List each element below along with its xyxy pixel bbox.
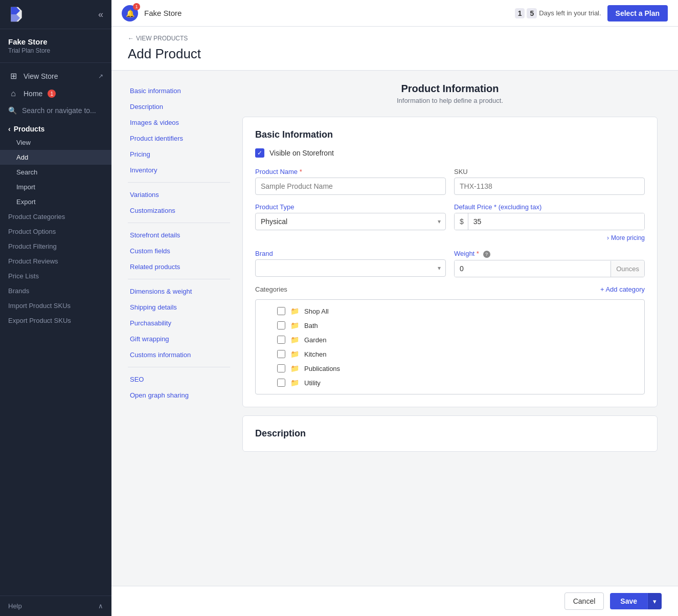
section-title: Product Information xyxy=(242,83,658,95)
category-item-garden: 📁 Garden xyxy=(256,333,644,347)
left-nav-pricing[interactable]: Pricing xyxy=(128,146,230,162)
left-nav-dimensions-weight[interactable]: Dimensions & weight xyxy=(128,283,230,299)
folder-icon-garden: 📁 xyxy=(290,336,299,344)
add-category-button[interactable]: + Add category xyxy=(600,285,645,293)
folder-icon-bath: 📁 xyxy=(290,321,299,329)
category-item-kitchen: 📁 Kitchen xyxy=(256,347,644,361)
category-checkbox-utility[interactable] xyxy=(277,379,285,387)
sidebar-item-import-skus[interactable]: Import Product SKUs xyxy=(0,298,111,313)
left-nav-custom-fields[interactable]: Custom fields xyxy=(128,243,230,259)
trial-days: 1 5 Days left in your trial. xyxy=(515,8,601,18)
category-checkbox-kitchen[interactable] xyxy=(277,350,285,358)
category-checkbox-publications[interactable] xyxy=(277,364,285,372)
cancel-button[interactable]: Cancel xyxy=(564,592,604,610)
product-type-select-wrap: Physical Digital ▾ xyxy=(255,213,446,230)
name-sku-row: Product Name * SKU xyxy=(255,168,645,195)
sidebar-item-view[interactable]: View xyxy=(0,135,111,150)
brand-select[interactable] xyxy=(255,259,446,277)
product-type-select[interactable]: Physical Digital xyxy=(255,213,446,230)
left-nav-seo[interactable]: SEO xyxy=(128,371,230,387)
sidebar-item-search[interactable]: Search xyxy=(0,165,111,180)
sidebar-item-product-categories[interactable]: Product Categories xyxy=(0,209,111,224)
sidebar-search[interactable]: 🔍 Search or navigate to... xyxy=(0,102,111,119)
bc-logo xyxy=(8,6,25,23)
weight-field: Weight * ? Ounces xyxy=(454,250,645,277)
left-nav-purchasability[interactable]: Purchasability xyxy=(128,315,230,331)
folder-icon-shop-all: 📁 xyxy=(290,307,299,315)
sidebar-item-export[interactable]: Export xyxy=(0,194,111,209)
left-nav-shipping-details[interactable]: Shipping details xyxy=(128,299,230,315)
categories-field: Categories + Add category 📁 Shop All xyxy=(255,285,645,394)
price-input-wrap: $ xyxy=(454,213,645,230)
left-nav-images-videos[interactable]: Images & videos xyxy=(128,115,230,130)
sidebar-item-price-lists[interactable]: Price Lists xyxy=(0,269,111,283)
category-item-utility: 📁 Utility xyxy=(256,376,644,390)
trial-text: Days left in your trial. xyxy=(539,9,601,17)
view-store-icon: ⊞ xyxy=(8,71,18,81)
sidebar-help[interactable]: Help ∧ xyxy=(0,596,111,616)
sidebar-item-brands[interactable]: Brands xyxy=(0,283,111,298)
trial-day2: 5 xyxy=(527,8,537,18)
category-checkbox-shop-all[interactable] xyxy=(277,307,285,315)
breadcrumb: ← VIEW PRODUCTS xyxy=(128,35,662,42)
left-nav-basic-information[interactable]: Basic information xyxy=(128,83,230,99)
product-name-input[interactable] xyxy=(255,178,446,195)
sidebar-item-product-filtering[interactable]: Product Filtering xyxy=(0,239,111,254)
nav-divider-3 xyxy=(128,279,230,279)
card-title: Basic Information xyxy=(255,129,645,140)
weight-unit-label: Ounces xyxy=(611,261,644,277)
sidebar-item-export-skus[interactable]: Export Product SKUs xyxy=(0,313,111,328)
product-name-label: Product Name * xyxy=(255,168,446,175)
page-title: Add Product xyxy=(128,46,662,62)
category-checkbox-garden[interactable] xyxy=(277,336,285,344)
category-checkbox-bath[interactable] xyxy=(277,321,285,329)
left-nav-customs-information[interactable]: Customs information xyxy=(128,347,230,363)
sidebar-products-section[interactable]: ‹ Products xyxy=(0,119,111,135)
visible-storefront-checkbox[interactable] xyxy=(255,148,264,158)
weight-input-wrap: Ounces xyxy=(454,260,645,277)
left-nav-gift-wrapping[interactable]: Gift wrapping xyxy=(128,331,230,347)
left-nav-storefront-details[interactable]: Storefront details xyxy=(128,227,230,243)
back-button[interactable]: ← VIEW PRODUCTS xyxy=(128,35,188,42)
sidebar-item-view-store[interactable]: ⊞ View Store ↗ xyxy=(0,67,111,85)
sidebar-item-home[interactable]: ⌂ Home 1 xyxy=(0,85,111,102)
default-price-label: Default Price * (excluding tax) xyxy=(454,203,645,211)
sidebar-view-store-label: View Store xyxy=(24,72,58,80)
left-nav-customizations[interactable]: Customizations xyxy=(128,203,230,218)
sidebar: « Fake Store Trial Plan Store ⊞ View Sto… xyxy=(0,0,111,616)
sku-input[interactable] xyxy=(454,178,645,195)
category-item-shop-all: 📁 Shop All xyxy=(256,304,644,318)
nav-divider-1 xyxy=(128,182,230,183)
more-pricing-link[interactable]: › More pricing xyxy=(454,234,645,241)
left-nav-related-products[interactable]: Related products xyxy=(128,259,230,275)
left-nav-description[interactable]: Description xyxy=(128,99,230,115)
sidebar-item-product-options[interactable]: Product Options xyxy=(0,224,111,239)
help-label: Help xyxy=(8,602,22,610)
select-plan-button[interactable]: Select a Plan xyxy=(607,5,668,21)
search-nav-label: Search or navigate to... xyxy=(22,106,96,115)
left-nav-inventory[interactable]: Inventory xyxy=(128,162,230,178)
sidebar-item-import[interactable]: Import xyxy=(0,180,111,194)
save-dropdown-button[interactable]: ▾ xyxy=(647,593,662,609)
save-button[interactable]: Save xyxy=(610,593,647,609)
sidebar-collapse-button[interactable]: « xyxy=(98,9,103,20)
content-layout: Basic information Description Images & v… xyxy=(111,71,674,464)
home-badge: 1 xyxy=(48,90,56,98)
notification-badge: 1 xyxy=(133,3,140,10)
price-input[interactable] xyxy=(468,213,644,230)
more-pricing-label: More pricing xyxy=(611,234,645,241)
left-nav-product-identifiers[interactable]: Product identifiers xyxy=(128,130,230,146)
sidebar-item-product-reviews[interactable]: Product Reviews xyxy=(0,254,111,269)
home-icon: ⌂ xyxy=(8,89,18,98)
bottom-bar: Cancel Save ▾ xyxy=(111,586,678,616)
left-nav-variations[interactable]: Variations xyxy=(128,187,230,203)
weight-input[interactable] xyxy=(455,260,611,277)
default-price-field: Default Price * (excluding tax) $ › More… xyxy=(454,203,645,241)
sidebar-navigation: ⊞ View Store ↗ ⌂ Home 1 🔍 Search or navi… xyxy=(0,63,111,332)
sidebar-item-add[interactable]: Add xyxy=(0,150,111,165)
topbar: 🔔 1 Fake Store 1 5 Days left in your tri… xyxy=(111,0,678,27)
store-name-label: Fake Store xyxy=(8,37,103,46)
sidebar-header: « xyxy=(0,0,111,29)
left-nav-open-graph[interactable]: Open graph sharing xyxy=(128,387,230,403)
weight-help-icon[interactable]: ? xyxy=(483,251,490,258)
